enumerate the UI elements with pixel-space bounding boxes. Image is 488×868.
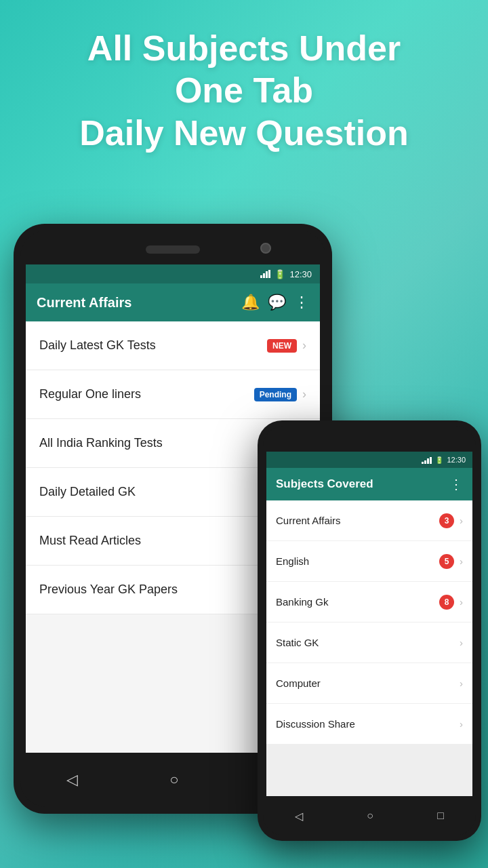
phone2-menu-item-banking[interactable]: Banking Gk 8 › [266,582,472,623]
chevron-icon-en: › [460,555,463,567]
signal-icon [260,270,270,278]
menu-item-one-liners-label: Regular One liners [39,387,254,401]
header-line3: Daily New Question [27,112,461,154]
phone2-back-button[interactable]: ◁ [295,810,303,823]
chevron-icon-2: › [302,387,306,401]
phone1-appbar: Current Affairs 🔔 💬 ⋮ [26,283,320,321]
phone2: 🔋 12:30 Subjects Covered ⋮ Current Affai… [258,420,481,841]
header-text: All Subjects Under One Tab Daily New Que… [0,27,488,154]
phone2-screen: 🔋 12:30 Subjects Covered ⋮ Current Affai… [266,452,472,796]
phone2-time: 12:30 [447,456,466,464]
phone2-menu-list: Current Affairs 3 › English 5 › Banking … [266,500,472,745]
phone2-appbar: Subjects Covered ⋮ [266,468,472,500]
phone2-current-affairs-label: Current Affairs [276,515,435,526]
chevron-icon: › [302,338,306,353]
phone2-menu-item-current-affairs[interactable]: Current Affairs 3 › [266,500,472,541]
menu-item-one-liners[interactable]: Regular One liners Pending › [26,370,320,419]
home-button[interactable]: ○ [169,771,178,789]
phone2-menu-item-computer[interactable]: Computer › [266,663,472,704]
phone2-footer [266,745,472,796]
phone1-statusbar: 🔋 12:30 [26,264,320,283]
phone2-more-icon[interactable]: ⋮ [449,476,463,492]
battery-icon: 🔋 [274,269,285,279]
phone2-statusbar: 🔋 12:30 [266,452,472,468]
phone2-home-button[interactable]: ○ [367,810,373,822]
phone2-menu-item-discussion[interactable]: Discussion Share › [266,704,472,745]
chevron-icon-bk: › [460,596,463,608]
phone2-recents-button[interactable]: □ [437,810,444,822]
phone2-english-label: English [276,555,435,567]
phone2-menu-item-static[interactable]: Static GK › [266,623,472,663]
chevron-icon-comp: › [460,677,463,689]
badge-banking: 8 [439,595,454,610]
phone1-time: 12:30 [289,269,312,279]
phone1-speaker [146,245,200,254]
chevron-icon-sg: › [460,637,463,648]
more-icon[interactable]: ⋮ [294,294,309,311]
phone2-menu-item-english[interactable]: English 5 › [266,541,472,582]
chevron-icon-ca: › [460,515,463,526]
bell-icon[interactable]: 🔔 [241,294,260,311]
badge-english: 5 [439,554,454,569]
phone2-computer-label: Computer [276,677,454,689]
phone1-camera [260,243,271,254]
menu-item-daily-gk[interactable]: Daily Latest GK Tests NEW › [26,321,320,370]
badge-pending: Pending [254,388,297,401]
signal-icon-2 [422,456,432,464]
menu-item-ranking-label: All India Ranking Tests [39,436,283,450]
header-line1: All Subjects Under [27,27,461,69]
battery-icon-2: 🔋 [435,456,443,464]
phone2-appbar-title: Subjects Covered [276,477,449,491]
back-button[interactable]: ◁ [66,771,78,789]
phone2-banking-label: Banking Gk [276,596,435,608]
chat-icon[interactable]: 💬 [268,294,286,311]
badge-current-affairs: 3 [439,513,454,528]
menu-item-daily-gk-label: Daily Latest GK Tests [39,338,267,353]
badge-new: NEW [267,339,297,353]
chevron-icon-ds: › [460,718,463,730]
phone2-discussion-label: Discussion Share [276,718,454,730]
phone1-appbar-title: Current Affairs [37,295,233,311]
phone2-navbar: ◁ ○ □ [263,796,476,835]
phone2-static-label: Static GK [276,637,454,648]
header-line2: One Tab [27,69,461,111]
